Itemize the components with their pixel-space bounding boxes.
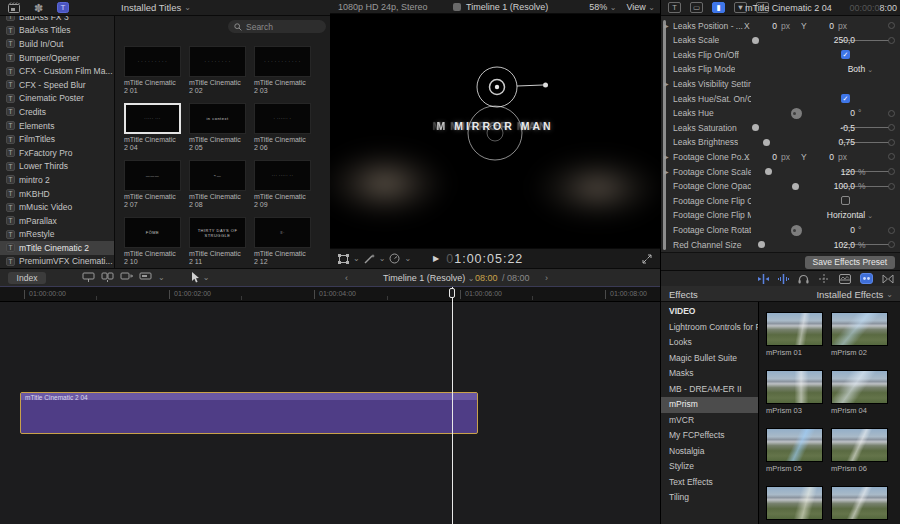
enhancements-wand-icon[interactable]: [364, 250, 375, 268]
enhancements-chevron-icon[interactable]: ⌄: [379, 254, 386, 263]
save-effects-preset-button[interactable]: Save Effects Preset: [805, 256, 896, 269]
photos-audio-icon[interactable]: ✽: [34, 3, 43, 13]
y-value-field[interactable]: 0: [810, 21, 834, 31]
title-thumbnail-cell[interactable]: · · · · · · · · · · · mTitle Cinematic 2…: [254, 46, 311, 103]
effect-thumbnail-cell[interactable]: mPrism 03: [766, 370, 823, 428]
timeline-ruler[interactable]: 01:00:00:00 01:00:02:00 01:00:04:00: [0, 287, 660, 302]
keyframe-button-icon[interactable]: [888, 124, 895, 131]
next-timeline-button[interactable]: ›: [545, 273, 548, 283]
play-button[interactable]: ▶: [433, 254, 439, 263]
title-thumbnail-cell[interactable]: · · · · · · · · · mTitle Cinematic 2 01: [124, 46, 181, 103]
effect-thumbnail-cell[interactable]: [766, 486, 823, 524]
parameter-checkbox[interactable]: ✓: [841, 50, 850, 59]
browser-source-popup[interactable]: Installed Titles⌄: [115, 2, 191, 13]
tool-selector[interactable]: ⌄: [191, 272, 210, 283]
transform-chevron-icon[interactable]: ⌄: [353, 254, 360, 263]
parameter-value-field[interactable]: 120: [795, 167, 855, 177]
title-thumbnail-cell[interactable]: ≡· mTitle Cinematic 2 12: [254, 217, 311, 274]
effects-category[interactable]: Nostalgia: [661, 444, 758, 460]
onscreen-transform-controls[interactable]: [330, 14, 660, 248]
effect-thumbnail-cell[interactable]: mPrism 05: [766, 428, 823, 486]
title-thumbnail-cell[interactable]: ——— mTitle Cinematic 2 07: [124, 160, 181, 217]
edit-options-chevron-icon[interactable]: ⌄: [158, 273, 165, 282]
title-inspector-tab-icon[interactable]: ▭: [690, 2, 703, 13]
sidebar-category[interactable]: T Bumper/Opener: [0, 51, 114, 65]
snapping-toggle-icon[interactable]: [818, 270, 830, 288]
overwrite-edit-icon[interactable]: [139, 269, 152, 287]
connect-edit-icon[interactable]: [82, 269, 95, 287]
effects-category[interactable]: Stylize: [661, 459, 758, 475]
parameter-value-field[interactable]: 102,0: [795, 240, 855, 250]
render-quality-icon[interactable]: [453, 3, 461, 11]
effect-thumbnail-cell[interactable]: mPrism 01: [766, 312, 823, 370]
playhead[interactable]: [452, 287, 453, 524]
title-thumbnail-cell[interactable]: in context mTitle Cinematic 2 05: [189, 103, 246, 160]
sidebar-category[interactable]: T mKBHD: [0, 187, 114, 201]
transform-menu-icon[interactable]: [338, 250, 349, 268]
skimming-toggle-icon[interactable]: [758, 270, 769, 288]
timeline-clip[interactable]: mTitle Cinematic 2 04: [20, 392, 478, 434]
parameter-checkbox[interactable]: ✓: [841, 94, 850, 103]
keyframe-button-icon[interactable]: [888, 110, 895, 117]
parameter-slider[interactable]: [751, 164, 799, 178]
sidebar-category[interactable]: T Build In/Out: [0, 37, 114, 51]
effects-browser-toggle-icon[interactable]: [860, 270, 873, 288]
disclosure-triangle-icon[interactable]: ▶: [664, 153, 669, 160]
title-thumbnail-cell[interactable]: ····· ··· mTitle Cinematic 2 04: [124, 103, 181, 160]
parameter-slider[interactable]: [751, 33, 799, 47]
sidebar-category[interactable]: T BadAss Titles: [0, 24, 114, 38]
append-edit-icon[interactable]: [120, 269, 133, 287]
effects-category[interactable]: Lightroom Controls for FC...: [661, 320, 758, 336]
keyframe-button-icon[interactable]: [888, 153, 895, 160]
disclosure-triangle-icon[interactable]: ▶: [664, 168, 669, 175]
parameter-value-field[interactable]: 0,75: [795, 137, 855, 147]
text-inspector-tab-icon[interactable]: T: [668, 2, 681, 13]
title-thumbnail-cell[interactable]: ··· ····· ·· mTitle Cinematic 2 09: [254, 160, 311, 217]
parameter-slider[interactable]: [751, 135, 799, 149]
effects-category[interactable]: My FCPeffects: [661, 428, 758, 444]
effect-thumbnail-cell[interactable]: [831, 486, 888, 524]
sidebar-category[interactable]: T PremiumVFX Cinemati...: [0, 255, 114, 268]
effects-category[interactable]: VIDEO: [661, 304, 758, 320]
title-thumbnail-cell[interactable]: FÖ̈ME mTitle Cinematic 2 10: [124, 217, 181, 274]
parameter-value-field[interactable]: -0,5: [795, 123, 855, 133]
clip-appearance-icon[interactable]: [839, 270, 851, 288]
effect-thumbnail-cell[interactable]: mPrism 04: [831, 370, 888, 428]
video-inspector-tab-icon[interactable]: ▮: [712, 2, 725, 13]
transitions-browser-toggle-icon[interactable]: [882, 270, 894, 288]
sidebar-category[interactable]: T mMusic Video: [0, 200, 114, 214]
sidebar-category[interactable]: T CFX - Speed Blur: [0, 78, 114, 92]
keyframe-button-icon[interactable]: [888, 227, 895, 234]
view-popup[interactable]: View ⌄: [626, 2, 655, 12]
effects-category[interactable]: mVCR: [661, 413, 758, 429]
parameter-slider[interactable]: [751, 179, 799, 193]
x-value-field[interactable]: 0: [753, 152, 777, 162]
parameter-popup[interactable]: Horizontal⌄: [827, 210, 873, 220]
sidebar-category[interactable]: T BadAss FX 3: [0, 16, 114, 24]
keyframe-button-icon[interactable]: [888, 37, 895, 44]
keyframe-button-icon[interactable]: [888, 241, 895, 248]
x-value-field[interactable]: 0: [753, 21, 777, 31]
effect-thumbnail-cell[interactable]: mPrism 06: [831, 428, 888, 486]
sidebar-category[interactable]: T FilmTitles: [0, 132, 114, 146]
retime-chevron-icon[interactable]: ⌄: [404, 254, 411, 263]
effects-category[interactable]: Masks: [661, 366, 758, 382]
timeline-chooser-popup[interactable]: Timeline 1 (Resolve) ⌄: [383, 273, 474, 283]
fullscreen-icon[interactable]: [642, 250, 652, 268]
solo-toggle-icon[interactable]: [798, 270, 809, 288]
sidebar-category[interactable]: T mRestyle: [0, 228, 114, 242]
sidebar-category[interactable]: T mintro 2: [0, 173, 114, 187]
keyframe-button-icon[interactable]: [888, 139, 895, 146]
playhead-handle-icon[interactable]: [449, 288, 455, 298]
parameter-checkbox[interactable]: [841, 196, 850, 205]
keyframe-button-icon[interactable]: [888, 22, 895, 29]
sidebar-category[interactable]: T FxFactory Pro: [0, 146, 114, 160]
sidebar-category[interactable]: T Cinematic Poster: [0, 92, 114, 106]
index-button[interactable]: Index: [8, 272, 46, 284]
media-library-icon[interactable]: [8, 2, 20, 13]
sidebar-category[interactable]: T mParallax: [0, 214, 114, 228]
effects-category[interactable]: Looks: [661, 335, 758, 351]
insert-edit-icon[interactable]: [101, 269, 114, 287]
y-value-field[interactable]: 0: [810, 152, 834, 162]
disclosure-triangle-icon[interactable]: ▶: [664, 22, 669, 29]
